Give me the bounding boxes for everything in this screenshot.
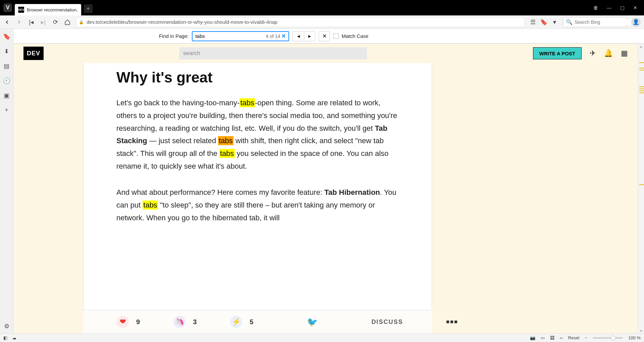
page-content: Why it's great Let's go back to the havi… — [13, 63, 638, 333]
find-close-button[interactable]: ✕ — [319, 31, 330, 41]
bolt-count: 5 — [250, 318, 253, 326]
search-input[interactable] — [575, 19, 633, 25]
find-input[interactable] — [195, 33, 266, 39]
article-paragraph-2: And what about performance? Here comes m… — [116, 186, 399, 224]
article-paragraph-1: Let's go back to the having-too-many-tab… — [116, 97, 399, 173]
scroll-up-button[interactable]: ▴ — [638, 44, 644, 49]
discuss-button[interactable]: DISCUSS — [371, 319, 403, 326]
find-in-page-bar: Find in Page: 4 of 14 ✕ ◂ ▸ ✕ Match Case — [0, 29, 644, 44]
unicorn-icon: 🦄 — [173, 316, 185, 328]
panel-toggle-icon[interactable]: ◧ — [3, 335, 7, 340]
images-toggle-icon[interactable]: 🖼 — [550, 335, 554, 340]
url-text: dev.to/cecilelebleu/browser-recommendati… — [87, 19, 277, 25]
bookmark-icon[interactable]: 🔖 — [540, 18, 547, 26]
match-case-label: Match Case — [341, 33, 368, 39]
tiling-icon[interactable]: ▭ — [541, 335, 545, 340]
connect-icon[interactable]: ✈ — [590, 49, 596, 58]
maximize-icon[interactable]: ▢ — [620, 5, 625, 10]
status-bar: ◧ ☁ 📷 ▭ 🖼 ‹› Reset − + 100 % — [0, 333, 644, 342]
highlight-current-match: tabs — [218, 136, 233, 145]
home-button[interactable] — [64, 18, 71, 26]
readinglist-button[interactable]: ⚡ 5 — [230, 316, 253, 328]
close-icon[interactable]: ✕ — [633, 5, 637, 10]
back-button[interactable] — [3, 18, 11, 26]
reload-button[interactable]: ⟳ — [52, 18, 59, 26]
browser-tab[interactable]: DEV Browser recommendation, — [15, 4, 81, 15]
minimize-icon[interactable]: — — [607, 5, 611, 10]
match-case-checkbox[interactable] — [333, 34, 339, 39]
find-input-wrapper: 4 of 14 ✕ — [192, 31, 289, 41]
find-label: Find in Page: — [159, 33, 189, 39]
side-panel: 🔖 ⬇ ▤ 🕘 ▣ + ⚙ — [0, 29, 13, 333]
add-panel-button[interactable]: + — [5, 107, 8, 114]
zoom-out-button[interactable]: − — [585, 335, 588, 340]
tab-favicon: DEV — [18, 7, 24, 13]
find-prev-button[interactable]: ◂ — [292, 31, 304, 41]
dev-logo[interactable]: DEV — [23, 47, 44, 60]
find-next-button[interactable]: ▸ — [304, 31, 315, 41]
vivaldi-logo[interactable]: V — [3, 3, 12, 12]
heart-count: 9 — [136, 318, 140, 326]
notifications-icon[interactable]: 🔔 — [604, 49, 613, 58]
tab-title: Browser recommendation, — [27, 7, 78, 12]
unicorn-count: 3 — [193, 318, 197, 326]
forward-button[interactable] — [15, 18, 23, 26]
article-heading: Why it's great — [116, 69, 399, 86]
navigation-bar: |◂ ▸| ⟳ 🔒 dev.to/cecilelebleu/browser-re… — [0, 15, 644, 29]
profile-avatar[interactable]: 👤 — [631, 17, 641, 27]
find-count: 4 of 14 — [266, 34, 280, 39]
settings-icon[interactable]: ⚙ — [4, 323, 9, 330]
history-panel-icon[interactable]: 🕘 — [3, 77, 10, 84]
highlight-match: tabs — [143, 201, 158, 210]
screenshot-icon[interactable]: 📷 — [530, 335, 535, 340]
search-engine-field[interactable]: 🔍 ▾ — [563, 17, 627, 27]
highlight-match: tabs — [219, 149, 235, 158]
like-heart-button[interactable]: ❤ 9 — [117, 316, 140, 328]
scrollbar[interactable]: ▴ ▾ — [638, 44, 644, 333]
article-action-bar: ❤ 9 🦄 3 ⚡ 5 🐦 DISCUSS — [83, 310, 432, 333]
search-icon: 🔍 — [566, 19, 573, 25]
menu-grid-icon[interactable]: ▦ — [621, 49, 628, 58]
trash-icon[interactable]: 🗑 — [593, 5, 598, 10]
site-search-input[interactable]: search — [179, 47, 367, 59]
unicorn-button[interactable]: 🦄 3 — [173, 316, 197, 328]
dropdown-icon[interactable]: ▾ — [551, 18, 558, 26]
bookmarks-panel-icon[interactable]: 🔖 — [3, 33, 10, 40]
fastforward-button[interactable]: ▸| — [40, 18, 47, 26]
share-twitter-button[interactable]: 🐦 — [307, 317, 318, 327]
site-header: DEV search WRITE A POST ✈ 🔔 ▦ — [13, 44, 638, 63]
new-tab-button[interactable]: + — [84, 4, 93, 13]
lock-icon: 🔒 — [79, 20, 84, 24]
downloads-panel-icon[interactable]: ⬇ — [4, 48, 9, 55]
scroll-down-button[interactable]: ▾ — [638, 328, 644, 333]
page-actions-icon[interactable]: ‹› — [560, 335, 563, 340]
heart-icon: ❤ — [117, 316, 129, 328]
write-post-button[interactable]: WRITE A POST — [533, 47, 582, 59]
window-titlebar: V DEV Browser recommendation, + 🗑 — ▢ ✕ — [0, 0, 644, 15]
bookmark-bolt-icon: ⚡ — [230, 316, 242, 328]
sync-icon[interactable]: ☁ — [12, 335, 16, 340]
twitter-icon: 🐦 — [307, 317, 318, 327]
zoom-slider[interactable] — [593, 337, 623, 339]
find-clear-button[interactable]: ✕ — [281, 33, 286, 39]
zoom-reset-button[interactable]: Reset — [568, 335, 580, 340]
match-case-toggle[interactable]: Match Case — [333, 33, 368, 39]
zoom-level: 100 % — [628, 335, 641, 340]
highlight-match: tabs — [239, 98, 255, 107]
rewind-button[interactable]: |◂ — [28, 18, 35, 26]
reader-view-icon[interactable]: ☰ — [529, 18, 537, 26]
window-panel-icon[interactable]: ▣ — [4, 92, 9, 99]
more-actions-button[interactable] — [446, 321, 457, 323]
notes-panel-icon[interactable]: ▤ — [4, 62, 9, 70]
article-body: Why it's great Let's go back to the havi… — [83, 63, 432, 333]
url-field[interactable]: 🔒 dev.to/cecilelebleu/browser-recommenda… — [76, 17, 525, 27]
